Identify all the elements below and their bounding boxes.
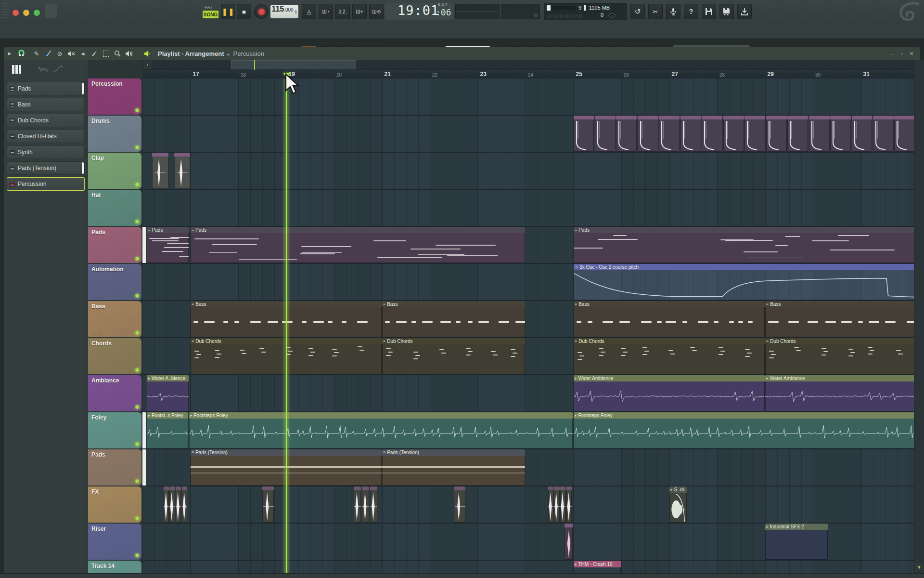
track-led[interactable] bbox=[135, 145, 139, 149]
bpm-spinner[interactable]: ▲▼ bbox=[295, 10, 297, 14]
pattern-item-pads[interactable]: Pads bbox=[7, 82, 85, 95]
clip-drum-hit[interactable] bbox=[702, 116, 722, 152]
track-led[interactable] bbox=[135, 331, 139, 335]
automation-tab-icon[interactable] bbox=[52, 66, 63, 73]
clip-fx-hit[interactable] bbox=[370, 486, 377, 523]
zoom-tool-button[interactable] bbox=[112, 49, 123, 58]
clip-water-ambience[interactable]: ▸Water Ambience bbox=[574, 375, 765, 411]
clip-fx-hit[interactable] bbox=[454, 486, 465, 523]
vertical-scrollbar[interactable] bbox=[914, 60, 924, 573]
clip-dub-chords[interactable]: ≡Dub Chords bbox=[765, 338, 914, 374]
clip-drum-hit[interactable] bbox=[638, 116, 658, 152]
playlist-grid[interactable]: ≡Pads≡Pads≡Pads∿3x Osc - Osc 2 coarse pi… bbox=[142, 79, 914, 573]
track-header-foley[interactable]: Foley··· bbox=[88, 412, 141, 448]
track-header-automation[interactable]: Automation··· bbox=[88, 264, 141, 300]
timeline-ruler[interactable]: 171819202122232425262728293031 bbox=[142, 70, 914, 79]
clip-drum-hit[interactable] bbox=[616, 116, 637, 152]
track-header-ambiance[interactable]: Ambiance··· bbox=[88, 375, 141, 411]
clip-footsteps-foley[interactable]: ▸Footsteps Foley bbox=[574, 412, 914, 448]
clip-thm-crash-10[interactable]: ▸THM - Crash 10 bbox=[574, 561, 621, 573]
close-traffic-light[interactable] bbox=[13, 10, 19, 16]
slip-tool-button[interactable]: ◂▸ bbox=[77, 49, 89, 58]
clip-drum-hit[interactable] bbox=[787, 116, 808, 152]
clip-3x-osc-osc-2-coarse-pitch[interactable]: ∿3x Osc - Osc 2 coarse pitch bbox=[574, 264, 914, 300]
clip-drum-hit[interactable] bbox=[809, 116, 830, 152]
track-header-hat[interactable]: Hat··· bbox=[88, 190, 141, 226]
slice-tool-button[interactable] bbox=[89, 49, 100, 58]
pat-mode-button[interactable]: PAT bbox=[205, 5, 213, 10]
track-header-percussion[interactable]: Percussion··· bbox=[88, 79, 141, 115]
countdown-button[interactable]: 3.2. bbox=[335, 4, 350, 19]
snap-magnet-button[interactable] bbox=[15, 49, 27, 58]
clip-fx-hit[interactable] bbox=[182, 486, 187, 523]
clip-drum-hit[interactable] bbox=[744, 116, 765, 152]
window-grip[interactable] bbox=[2, 3, 9, 20]
clip-pads[interactable]: ≡Pads bbox=[574, 227, 914, 263]
track-led[interactable] bbox=[135, 553, 139, 557]
select-tool-button[interactable] bbox=[100, 49, 112, 58]
scroll-left-button[interactable]: ‹ bbox=[143, 61, 152, 69]
clip-drum-hit[interactable] bbox=[680, 116, 701, 152]
pattern-item-dub-chords[interactable]: Dub Chords bbox=[7, 114, 85, 127]
playlist-close-button[interactable]: ✕ bbox=[907, 51, 916, 57]
export-button[interactable] bbox=[737, 4, 752, 19]
clip-drum-hit[interactable] bbox=[852, 116, 873, 152]
zoom-traffic-light[interactable] bbox=[34, 10, 40, 16]
clip-pads-tension-[interactable]: ≡Pads (Tension) bbox=[382, 449, 526, 486]
timeline-minimap[interactable] bbox=[142, 60, 914, 70]
playhead-line[interactable] bbox=[286, 79, 287, 573]
bpm-display[interactable]: 115.000 ▲▼ bbox=[270, 5, 298, 18]
clip-water-a-bience[interactable]: ▸Water A..bience bbox=[147, 375, 189, 411]
pattern-item-percussion[interactable]: Percussion bbox=[7, 177, 85, 191]
stop-button[interactable]: ■ bbox=[237, 4, 251, 19]
minimap-view-box[interactable] bbox=[231, 60, 356, 69]
clip-fx-hit[interactable] bbox=[554, 486, 559, 523]
clip-fx-hit[interactable] bbox=[169, 486, 175, 523]
clip-industrial-sfx-2[interactable]: ▸Industrial SFX 2 bbox=[765, 524, 828, 560]
cut-button[interactable]: ✂ bbox=[648, 4, 663, 19]
playlist-maximize-button[interactable]: ▫ bbox=[897, 51, 907, 56]
clip-fx-hit[interactable] bbox=[560, 486, 565, 523]
clip-drum-hit[interactable] bbox=[574, 116, 594, 152]
clip-fx-hit[interactable] bbox=[262, 486, 274, 523]
track-header-clap[interactable]: Clap··· bbox=[88, 153, 141, 189]
scroll-down-button[interactable]: ▼ bbox=[915, 564, 924, 571]
clip-drum-hit[interactable] bbox=[723, 116, 744, 152]
track-header-fx[interactable]: FX··· bbox=[88, 486, 141, 523]
track-header-riser[interactable]: Riser··· bbox=[88, 524, 141, 560]
wait-for-input-button[interactable]: Ш◔ bbox=[319, 4, 333, 19]
track-led[interactable] bbox=[135, 405, 139, 409]
track-header-pads[interactable]: Pads··· bbox=[88, 227, 141, 263]
clip-footst-s-foley[interactable]: ▸Footst..s Foley bbox=[147, 412, 188, 448]
clip-edge-sliver[interactable] bbox=[142, 227, 146, 263]
track-led[interactable] bbox=[135, 220, 139, 223]
clip-clap[interactable] bbox=[152, 153, 168, 189]
clip-drum-hit[interactable] bbox=[873, 116, 894, 152]
clip-dub-chords[interactable]: ≡Dub Chords bbox=[382, 338, 526, 374]
clip-pads[interactable]: ≡Pads bbox=[147, 227, 189, 263]
track-header-track-14[interactable]: Track 14··· bbox=[88, 561, 141, 573]
breadcrumb[interactable]: Playlist - Arrangement▸Percussion bbox=[158, 50, 264, 57]
help-button[interactable]: ? bbox=[684, 4, 698, 19]
clip-riser-hit[interactable] bbox=[565, 524, 573, 560]
pattern-item-bass[interactable]: Bass bbox=[7, 98, 85, 111]
minimize-traffic-light[interactable] bbox=[23, 10, 29, 16]
save-button[interactable] bbox=[702, 4, 716, 19]
track-led[interactable] bbox=[135, 479, 139, 483]
undo-button[interactable]: ↺ bbox=[630, 4, 645, 19]
clip-edge-sliver[interactable] bbox=[142, 412, 146, 448]
playlist-minimize-button[interactable]: – bbox=[887, 51, 897, 56]
track-led[interactable] bbox=[135, 368, 139, 372]
mute-tool-button[interactable] bbox=[65, 49, 77, 58]
clip-drum-hit[interactable] bbox=[595, 116, 616, 152]
pattern-item-pads-tension-[interactable]: Pads (Tension) bbox=[7, 161, 85, 175]
clip-fx-hit[interactable] bbox=[362, 486, 369, 523]
clip-edge-sliver[interactable] bbox=[142, 449, 146, 486]
delete-tool-button[interactable]: ⊘ bbox=[54, 49, 65, 58]
clip-drum-hit[interactable] bbox=[766, 116, 787, 152]
clip-s-ck[interactable]: ▸S..ck bbox=[669, 486, 687, 523]
metronome-button[interactable]: ◬ bbox=[302, 4, 316, 19]
track-led[interactable] bbox=[135, 516, 139, 520]
typing-keyboard-button[interactable]: Ш+ bbox=[352, 4, 367, 19]
pattern-item-synth[interactable]: Synth bbox=[7, 145, 85, 159]
